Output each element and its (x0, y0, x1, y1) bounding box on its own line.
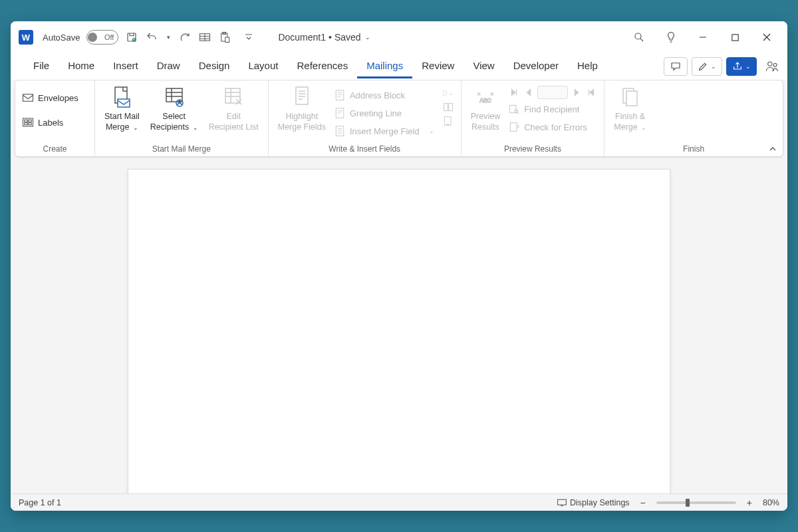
share-button[interactable]: ⌄ (726, 57, 757, 76)
document-title[interactable]: Document1 • Saved ⌄ (278, 32, 370, 43)
word-app-icon: W (19, 30, 33, 45)
check-errors-label: Check for Errors (524, 122, 587, 132)
rules-icon: ⌄ (442, 87, 454, 99)
zoom-slider[interactable] (656, 501, 736, 504)
address-block-icon (334, 89, 346, 101)
svg-rect-7 (732, 34, 737, 40)
save-icon[interactable] (125, 31, 138, 44)
insert-merge-field-label: Insert Merge Field (350, 126, 420, 136)
check-errors-button: Check for Errors (508, 119, 597, 135)
match-fields-icon (442, 101, 454, 113)
group-finish-label: Finish (611, 142, 776, 156)
editing-mode-button[interactable]: ⌄ (692, 57, 722, 76)
search-icon[interactable] (632, 30, 646, 45)
svg-rect-5 (225, 37, 229, 43)
tab-review[interactable]: Review (412, 55, 464, 78)
tab-mailings[interactable]: Mailings (357, 55, 412, 78)
svg-rect-23 (336, 90, 343, 100)
tab-insert[interactable]: Insert (104, 55, 148, 78)
edit-recipient-list-button: EditRecipient List (206, 84, 261, 134)
document-page[interactable] (128, 169, 670, 493)
chevron-down-icon: ⌄ (711, 63, 716, 70)
paste-icon[interactable] (218, 31, 231, 44)
highlight-label: HighlightMerge Fields (278, 111, 326, 133)
group-start-label: Start Mail Merge (102, 142, 261, 156)
envelopes-label: Envelopes (38, 93, 78, 103)
collapse-ribbon-icon[interactable] (768, 146, 777, 152)
start-mail-merge-button[interactable]: Start MailMerge ⌄ (102, 84, 142, 134)
tab-developer[interactable]: Developer (504, 55, 568, 78)
doc-name: Document1 (278, 32, 326, 43)
zoom-level[interactable]: 80% (763, 498, 779, 507)
find-recipient-button: Find Recipient (508, 101, 597, 117)
zoom-in-button[interactable]: + (744, 497, 755, 508)
tab-file[interactable]: File (24, 55, 59, 78)
finish-merge-button: Finish &Merge ⌄ (611, 84, 649, 134)
undo-icon[interactable] (145, 31, 158, 44)
svg-point-6 (635, 33, 641, 39)
app-window: W AutoSave Off ▾ Document1 • Saved ⌄ (11, 21, 787, 511)
labels-label: Labels (38, 118, 63, 128)
tab-references[interactable]: References (287, 55, 357, 78)
envelopes-button[interactable]: Envelopes (22, 90, 78, 106)
svg-point-20 (178, 101, 180, 103)
display-settings-button[interactable]: Display Settings (557, 498, 630, 507)
tab-draw[interactable]: Draw (148, 55, 190, 78)
group-create: Envelopes Labels Create (15, 80, 95, 156)
select-recipients-button[interactable]: SelectRecipients ⌄ (148, 84, 201, 134)
edit-list-icon (222, 86, 245, 108)
prev-record-icon (523, 86, 535, 98)
labels-button[interactable]: Labels (22, 114, 78, 130)
finish-merge-label: Finish &Merge ⌄ (614, 111, 646, 133)
tab-layout[interactable]: Layout (239, 55, 287, 78)
table-view-icon[interactable] (198, 31, 211, 44)
customize-qat-icon[interactable] (242, 31, 255, 44)
comments-button[interactable] (664, 57, 688, 76)
chevron-down-icon: ⌄ (365, 34, 370, 41)
doc-status: Saved (334, 32, 361, 43)
minimize-button[interactable] (696, 30, 710, 45)
group-write-insert: HighlightMerge Fields Address Block Gree… (269, 80, 462, 156)
ribbon-tabs: File Home Insert Draw Design Layout Refe… (11, 53, 787, 80)
redo-icon[interactable] (178, 31, 192, 44)
last-record-icon (585, 86, 597, 98)
svg-rect-15 (29, 123, 32, 125)
close-button[interactable] (759, 30, 774, 45)
tab-home[interactable]: Home (59, 55, 104, 78)
greeting-line-button: Greeting Line (334, 105, 434, 121)
finish-icon (619, 86, 642, 108)
zoom-thumb[interactable] (686, 499, 690, 507)
document-canvas[interactable] (11, 157, 787, 493)
labels-icon (22, 116, 34, 128)
zoom-out-button[interactable]: − (638, 497, 648, 508)
svg-rect-14 (25, 123, 28, 125)
svg-rect-26 (443, 91, 446, 95)
maximize-button[interactable] (728, 30, 742, 45)
lightbulb-icon[interactable] (664, 30, 678, 45)
svg-rect-33 (511, 123, 517, 132)
start-mail-merge-label: Start MailMerge ⌄ (104, 111, 140, 133)
find-icon (508, 103, 520, 115)
highlight-icon (291, 86, 313, 108)
tab-help[interactable]: Help (568, 55, 607, 78)
edit-recipient-list-label: EditRecipient List (209, 111, 259, 133)
autosave-state: Off (104, 33, 114, 41)
preview-results-label: PreviewResults (471, 111, 500, 133)
group-preview-label: Preview Results (468, 142, 597, 156)
svg-text:ABC: ABC (479, 98, 491, 104)
tab-design[interactable]: Design (190, 55, 239, 78)
record-number-input (537, 86, 568, 99)
autosave-toggle[interactable]: Off (86, 30, 118, 45)
update-labels-icon (442, 115, 454, 127)
account-icon[interactable] (765, 59, 779, 74)
page-info[interactable]: Page 1 of 1 (19, 498, 61, 507)
select-recipients-label: SelectRecipients ⌄ (150, 111, 198, 133)
tab-view[interactable]: View (464, 55, 503, 78)
ribbon: Envelopes Labels Create Start MailMerge … (15, 80, 783, 157)
chevron-down-icon: ⌄ (745, 63, 751, 70)
undo-dropdown-icon[interactable]: ▾ (165, 31, 172, 44)
group-create-label: Create (22, 142, 88, 156)
svg-rect-31 (510, 105, 517, 112)
svg-rect-13 (29, 120, 32, 122)
autosave-label: AutoSave (43, 33, 80, 43)
